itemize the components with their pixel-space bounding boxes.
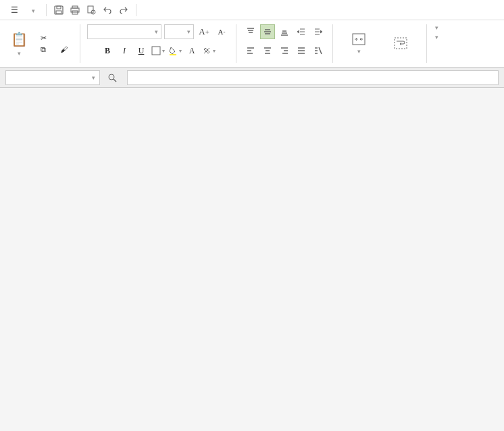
align-center-icon[interactable] (260, 43, 275, 58)
orientation-icon[interactable] (311, 43, 326, 58)
currency-button[interactable]: ▾ (434, 34, 438, 41)
merge-icon (352, 33, 366, 45)
bold-button[interactable]: B (100, 43, 115, 58)
paste-button[interactable]: 📋 ▾ (5, 31, 32, 57)
font-name-select[interactable]: ▾ (87, 24, 161, 39)
align-middle-icon[interactable] (260, 24, 275, 39)
align-bottom-icon[interactable] (277, 24, 292, 39)
align-left-icon[interactable] (243, 43, 258, 58)
file-menu[interactable]: ▾ (26, 3, 41, 18)
border-button[interactable]: ▾ (151, 43, 166, 58)
svg-rect-41 (353, 34, 365, 45)
svg-rect-1 (57, 6, 61, 9)
brush-icon: 🖌 (58, 45, 69, 53)
svg-line-44 (114, 79, 116, 82)
svg-rect-8 (152, 47, 160, 55)
redo-icon[interactable] (117, 3, 130, 17)
name-box[interactable]: ▾ (5, 70, 100, 85)
formula-input[interactable] (127, 70, 499, 85)
increase-indent-icon[interactable] (311, 24, 326, 39)
font-size-select[interactable]: ▾ (164, 24, 194, 39)
clear-format-button[interactable]: ▾ (201, 43, 216, 58)
wrap-icon (394, 37, 407, 49)
align-top-icon[interactable] (243, 24, 258, 39)
font-color-button[interactable]: A (184, 43, 199, 58)
increase-font-icon[interactable]: A+ (197, 24, 211, 39)
save-icon[interactable] (52, 3, 66, 17)
merge-center-button[interactable]: ▾ (340, 33, 378, 55)
cut-button[interactable]: ✂ (36, 33, 73, 43)
underline-button[interactable]: U (134, 43, 149, 58)
decrease-font-icon[interactable]: A- (214, 24, 229, 39)
svg-rect-6 (88, 6, 93, 13)
copy-button[interactable]: ⧉ (36, 45, 53, 55)
print-icon[interactable] (68, 3, 82, 17)
svg-line-40 (319, 47, 322, 54)
wrap-text-button[interactable] (382, 37, 420, 51)
fill-color-button[interactable]: ▾ (168, 43, 182, 58)
number-format-select[interactable]: ▾ (434, 24, 438, 31)
print-preview-icon[interactable] (84, 3, 98, 17)
undo-icon[interactable] (101, 3, 114, 17)
decrease-indent-icon[interactable] (294, 24, 309, 39)
scissors-icon: ✂ (38, 34, 49, 43)
function-wizard-icon[interactable] (105, 71, 119, 84)
align-right-icon[interactable] (277, 43, 292, 58)
italic-button[interactable]: I (117, 43, 132, 58)
clipboard-icon: 📋 (11, 31, 28, 47)
hamburger-icon[interactable]: ☰ (5, 3, 24, 18)
svg-point-43 (109, 74, 114, 80)
format-painter-button[interactable]: 🖌 (57, 45, 73, 55)
justify-icon[interactable] (294, 43, 309, 58)
svg-rect-9 (170, 54, 176, 55)
svg-rect-2 (56, 11, 61, 14)
copy-icon: ⧉ (38, 45, 49, 54)
